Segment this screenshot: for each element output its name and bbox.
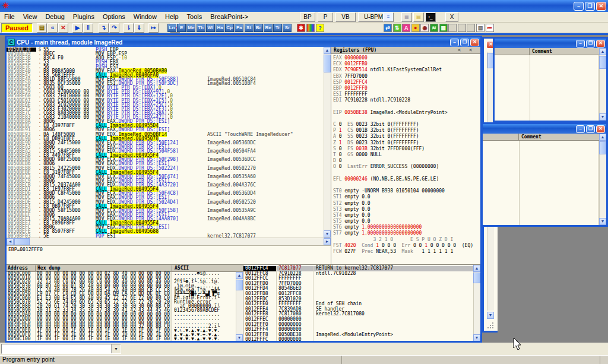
- animate-over-icon[interactable]: ⇓: [134, 23, 144, 33]
- register-line[interactable]: FST 4020 Cond 1 0 0 0 Err 0 0 1 0 0 0 0 …: [331, 243, 480, 249]
- view-button-sr[interactable]: Sr: [283, 24, 292, 32]
- run-icon[interactable]: ▶: [72, 23, 83, 33]
- register-line[interactable]: EDX 7C90E514 ntdll.KiFastSystemCallRet: [331, 67, 480, 73]
- stack-vscrollbar[interactable]: ▲ ▼: [473, 265, 480, 341]
- register-line[interactable]: ST5 empty 0.0: [331, 219, 480, 224]
- scroll-down-icon[interactable]: ▼: [236, 334, 243, 341]
- dump-header-ascii[interactable]: ASCII: [172, 265, 220, 271]
- menu-item-plugins[interactable]: Plugins: [69, 12, 99, 21]
- register-line[interactable]: EIP 0050BE38 ImageRed.<ModuleEntryPoint>: [331, 110, 480, 116]
- menu-item-options[interactable]: Options: [99, 12, 129, 21]
- minimize-button[interactable]: –: [576, 125, 585, 133]
- disasm-row[interactable]: 0050BE3E.53PUSH EBX: [7, 60, 324, 64]
- maximize-button[interactable]: ❐: [460, 39, 469, 46]
- column-header-comment[interactable]: Comment: [530, 49, 598, 54]
- scroll-up-icon[interactable]: ▲: [324, 47, 331, 54]
- pause-icon[interactable]: ‖: [83, 23, 93, 33]
- appearance-rainbow-icon[interactable]: [306, 24, 315, 32]
- menu-item-tools[interactable]: Tools: [183, 12, 207, 21]
- dump-vscrollbar[interactable]: ▲ ▼: [236, 272, 243, 341]
- close-button[interactable]: ✕: [596, 125, 605, 133]
- mixer-icon[interactable]: ≋: [430, 24, 438, 32]
- close-button[interactable]: ✕: [596, 2, 606, 11]
- register-line[interactable]: C 0 ES 0023 32bit 0(FFFFFFFF): [331, 122, 480, 128]
- register-line[interactable]: [331, 116, 480, 122]
- maximize-button[interactable]: ❐: [586, 40, 595, 48]
- menu-item-help[interactable]: Help: [161, 12, 183, 21]
- register-line[interactable]: D 0: [331, 158, 480, 164]
- doc-list-icon[interactable]: ▤: [476, 24, 484, 32]
- register-line[interactable]: ST3 empty 0.0: [331, 207, 480, 213]
- breakpoint-toolbar-button-p[interactable]: P: [318, 12, 333, 22]
- options-gear-icon[interactable]: ✱: [297, 24, 305, 32]
- exec-till-return-icon[interactable]: ↦: [148, 23, 159, 33]
- register-line[interactable]: ST1 empty 0.0: [331, 194, 480, 200]
- view-button-ha[interactable]: Ha: [216, 24, 224, 32]
- command-input[interactable]: [2, 344, 111, 353]
- maximize-button[interactable]: ❐: [586, 125, 595, 133]
- spiral-icon[interactable]: ◉: [420, 24, 429, 32]
- view-button-br[interactable]: Br: [254, 24, 263, 32]
- dump-row[interactable]: 0050C1001F 00 1F 001F 00 1F 001E 00 1F 0…: [7, 337, 243, 341]
- dump-header-hex[interactable]: Hex dump: [36, 265, 172, 271]
- register-line[interactable]: ST6 empty 1.0000000000000000000: [331, 224, 480, 230]
- register-line[interactable]: S 0 FS 003B 32bit 7FFDF000(FFF): [331, 146, 480, 152]
- scroll-down-icon[interactable]: ▼: [487, 312, 494, 319]
- column-header-comment[interactable]: Comment: [519, 134, 598, 140]
- scroll-down-icon[interactable]: ▼: [599, 218, 606, 225]
- minimize-button[interactable]: –: [574, 2, 584, 11]
- disasm-row[interactable]: 0050BEFE.E8 8597F8FFCALL ImageRed.004956…: [7, 229, 324, 233]
- cpu-window-titlebar[interactable]: C CPU - main thread, module ImageRed – ❐…: [7, 37, 480, 47]
- close-toolbar-button[interactable]: X: [445, 12, 458, 22]
- register-line[interactable]: EAX 00000000: [331, 55, 480, 61]
- dump-header-address[interactable]: Address: [7, 265, 36, 271]
- register-line[interactable]: EBX 7FFD7000: [331, 74, 480, 80]
- view-button-e[interactable]: E: [177, 24, 186, 32]
- animate-into-icon[interactable]: ⇂: [124, 23, 134, 33]
- register-line[interactable]: Z 1 DS 0023 32bit 0(FFFFFFFF): [331, 140, 480, 146]
- register-line[interactable]: A 0 SS 0023 32bit 0(FFFFFFFF): [331, 134, 480, 140]
- menu-item-window[interactable]: Window: [129, 12, 161, 21]
- view-button-wi[interactable]: Wi: [206, 24, 215, 32]
- comment-window-2-titlebar[interactable]: – ❐ ✕: [483, 124, 606, 134]
- menu-item-view[interactable]: View: [19, 12, 42, 21]
- minimize-button[interactable]: –: [450, 39, 459, 46]
- close-program-icon[interactable]: ✕: [58, 23, 68, 33]
- doc-marks-icon[interactable]: ≔: [486, 24, 494, 32]
- comment-window-1-titlebar[interactable]: – ❐ ✕: [495, 39, 606, 48]
- menu-item-breakpoint[interactable]: BreakPoint->: [206, 12, 252, 21]
- comment-window-1-scrollbar[interactable]: ▲ ▼: [599, 48, 606, 121]
- console-icon[interactable]: ›_: [425, 12, 436, 22]
- stack-row[interactable]: 0012FFFC00000000: [243, 337, 473, 341]
- scroll-down-icon[interactable]: ▼: [599, 113, 606, 121]
- view-button-st[interactable]: St: [245, 24, 254, 32]
- register-line[interactable]: EBP 0012FFF0: [331, 86, 480, 91]
- comment-window-2-scrollbar[interactable]: ▲ ▼: [599, 134, 606, 225]
- folder-icon[interactable]: ▤: [413, 12, 424, 22]
- view-button-me[interactable]: Me: [186, 24, 195, 32]
- clipboard-icon[interactable]: ≡: [383, 12, 394, 22]
- view-button-cp[interactable]: Cp: [225, 24, 234, 32]
- view-button-tr[interactable]: Tr: [273, 24, 282, 32]
- restart-icon[interactable]: «: [48, 23, 58, 33]
- disasm-row[interactable]: 0050BE3B.83C4 F0ADD ESP,-10: [7, 56, 324, 60]
- view-button-pa[interactable]: Pa: [235, 24, 243, 32]
- empty-button[interactable]: [458, 24, 466, 32]
- minimize-button[interactable]: –: [576, 40, 585, 48]
- register-line[interactable]: ESI FFFFFFFF: [331, 91, 480, 97]
- restore-button[interactable]: ❐: [585, 2, 595, 11]
- register-line[interactable]: ST2 empty 0.0: [331, 201, 480, 207]
- register-line[interactable]: T 0 GS 0000 NULL: [331, 152, 480, 158]
- register-line[interactable]: ESP 0012FFC4: [331, 80, 480, 86]
- register-line[interactable]: P 1 CS 001B 32bit 0(FFFFFFFF): [331, 128, 480, 134]
- scroll-down-icon[interactable]: ▼: [473, 334, 480, 341]
- register-line[interactable]: FCW 027F Prec NEAR,53 Mask 1 1 1 1 1 1: [331, 249, 480, 255]
- breakpoint-toolbar-button-bp[interactable]: BP: [300, 12, 315, 22]
- register-line[interactable]: ST0 empty -UNORM B938 01050104 00000000: [331, 188, 480, 194]
- register-line[interactable]: [331, 182, 480, 188]
- menu-item-file[interactable]: File: [0, 12, 19, 21]
- scroll-up-icon[interactable]: ▲: [599, 48, 606, 55]
- updown-arrows-icon[interactable]: ⇅: [393, 24, 401, 32]
- register-line[interactable]: EDI 7C910228 ntdll.7C910228: [331, 97, 480, 103]
- record-dot-icon[interactable]: ●: [411, 24, 420, 32]
